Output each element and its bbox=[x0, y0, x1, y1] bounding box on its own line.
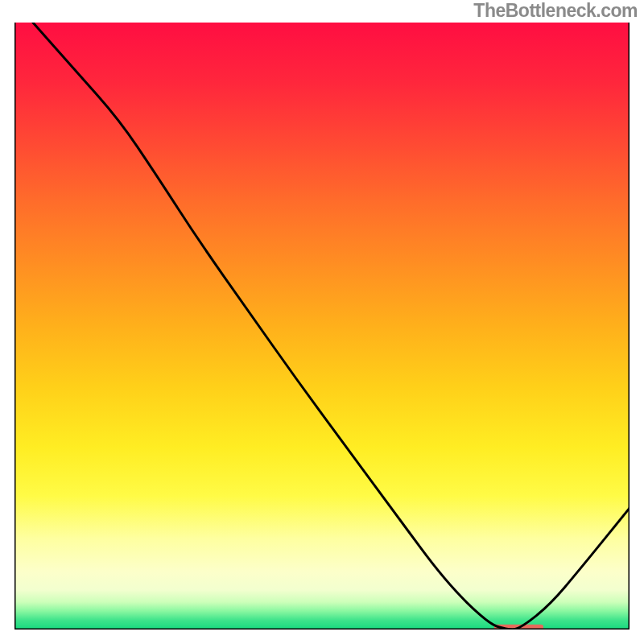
attribution-label: TheBottleneck.com bbox=[473, 0, 638, 22]
chart-container: TheBottleneck.com bbox=[0, 0, 644, 644]
gradient-background bbox=[14, 23, 630, 630]
chart-plot bbox=[14, 23, 630, 630]
chart-svg bbox=[14, 23, 630, 630]
